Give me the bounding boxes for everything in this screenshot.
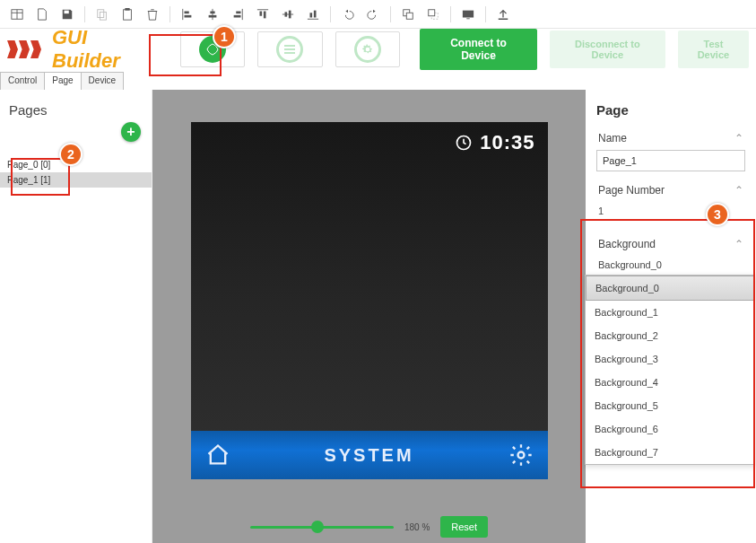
disconnect-button[interactable]: Disconnect to Device: [550, 31, 665, 68]
dropdown-option[interactable]: Background_6: [586, 417, 754, 441]
svg-rect-29: [429, 9, 435, 15]
test-device-button[interactable]: Test Device: [678, 31, 749, 68]
callout-1: 1: [213, 25, 236, 48]
send-back-icon[interactable]: [421, 4, 445, 25]
status-bar: 10:35: [455, 131, 534, 154]
dropdown-option[interactable]: Background_3: [586, 347, 754, 371]
connect-button[interactable]: Connect to Device: [420, 29, 537, 70]
toolbar: [0, 0, 756, 29]
clipboard-icon[interactable]: [116, 4, 139, 25]
trash-icon[interactable]: [141, 4, 164, 25]
svg-rect-27: [406, 13, 413, 19]
svg-rect-19: [264, 11, 266, 18]
add-page-button[interactable]: +: [121, 122, 141, 142]
callout-2: 2: [59, 143, 83, 166]
zoom-reset-button[interactable]: Reset: [440, 516, 488, 538]
brand-logo: [7, 40, 41, 58]
tab-device[interactable]: Device: [81, 72, 125, 90]
background-dropdown[interactable]: Background_0 Background_1 Background_2 B…: [585, 275, 755, 465]
dropdown-option[interactable]: Background_0: [586, 276, 754, 301]
home-icon[interactable]: [205, 442, 230, 468]
svg-rect-6: [124, 9, 132, 19]
canvas-area: 10:35 SYSTEM 180 % Reset: [152, 90, 586, 543]
align-top-icon[interactable]: [251, 4, 274, 25]
page-list-item[interactable]: Page_1 [1]: [0, 172, 152, 188]
svg-rect-13: [209, 14, 217, 17]
undo-icon[interactable]: [336, 4, 360, 25]
svg-rect-18: [260, 11, 263, 15]
svg-point-33: [517, 452, 524, 459]
dropdown-option[interactable]: Background_2: [586, 324, 754, 347]
align-right-icon[interactable]: [226, 4, 249, 25]
svg-rect-9: [185, 11, 189, 13]
svg-rect-15: [236, 11, 240, 13]
save-icon[interactable]: [56, 4, 79, 25]
module-button-2[interactable]: [257, 31, 323, 67]
dropdown-option[interactable]: Background_7: [586, 441, 754, 464]
bring-front-icon[interactable]: [396, 4, 420, 25]
svg-rect-3: [65, 10, 69, 13]
prop-name-header[interactable]: Name⌃: [596, 127, 745, 150]
clock-time: 10:35: [480, 131, 534, 154]
gear-icon: [354, 36, 381, 63]
tab-control[interactable]: Control: [0, 72, 45, 90]
file-icon[interactable]: [30, 4, 54, 25]
svg-rect-30: [463, 10, 474, 17]
list-icon: [276, 36, 303, 63]
align-bottom-icon[interactable]: [301, 4, 325, 25]
svg-rect-24: [310, 13, 313, 17]
zoom-slider[interactable]: [250, 526, 394, 529]
svg-rect-7: [125, 8, 129, 11]
table-icon[interactable]: [5, 4, 29, 25]
dropdown-option[interactable]: Background_4: [586, 371, 754, 394]
svg-rect-22: [289, 10, 291, 18]
align-middle-icon[interactable]: [276, 4, 300, 25]
device-preview[interactable]: 10:35 SYSTEM: [191, 122, 548, 479]
redo-icon[interactable]: [361, 4, 385, 25]
app-title: GUI Builder: [52, 26, 159, 73]
svg-rect-12: [210, 11, 214, 13]
zoom-controls: 180 % Reset: [152, 516, 586, 538]
module-button-3[interactable]: [335, 31, 401, 67]
tab-page[interactable]: Page: [44, 72, 81, 90]
dropdown-option[interactable]: Background_5: [586, 394, 754, 417]
svg-rect-31: [466, 18, 470, 19]
prop-background-header[interactable]: Background⌃: [596, 232, 745, 256]
dropdown-option[interactable]: Background_1: [586, 301, 754, 324]
zoom-percent: 180 %: [404, 522, 430, 532]
clock-icon: [455, 134, 473, 152]
align-center-icon[interactable]: [201, 4, 224, 25]
preview-footer: SYSTEM: [191, 431, 548, 479]
svg-rect-5: [100, 12, 106, 20]
settings-icon[interactable]: [508, 442, 534, 468]
header-row: GUI Builder Connect to Device Disconnect…: [0, 29, 756, 70]
copy-icon[interactable]: [91, 4, 114, 25]
properties-title: Page: [596, 97, 745, 127]
page-name-input[interactable]: [596, 150, 745, 171]
svg-rect-25: [314, 10, 317, 17]
svg-rect-21: [285, 12, 288, 16]
svg-rect-4: [98, 9, 104, 17]
svg-rect-16: [234, 14, 241, 17]
svg-rect-10: [185, 14, 192, 17]
prop-number-header[interactable]: Page Number⌃: [596, 179, 745, 202]
preview-footer-title: SYSTEM: [324, 445, 413, 466]
tab-strip: Control Page Device: [0, 72, 756, 90]
align-left-icon[interactable]: [176, 4, 199, 25]
screen-icon[interactable]: [456, 4, 480, 25]
callout-3: 3: [706, 203, 729, 226]
upload-icon[interactable]: [491, 4, 515, 25]
